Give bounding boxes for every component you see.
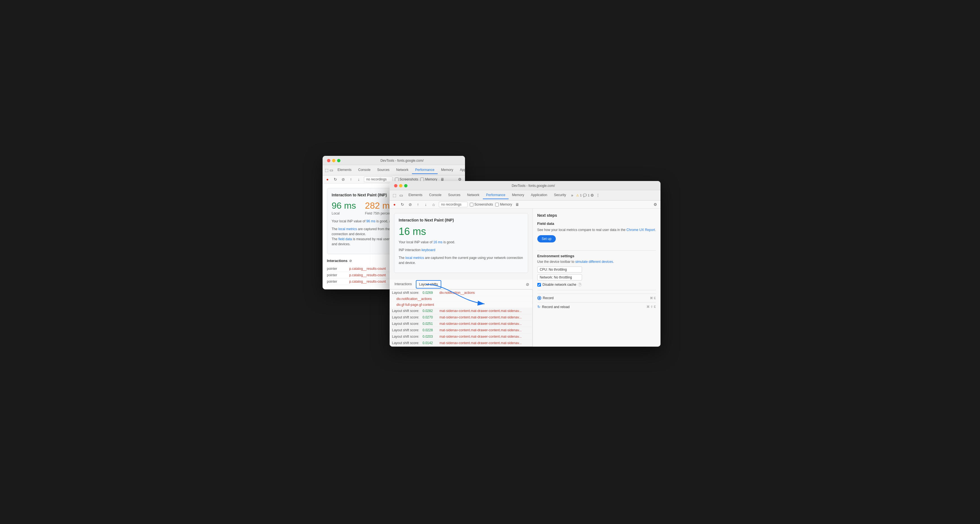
section-divider-2 <box>537 290 656 290</box>
settings-icon-2[interactable]: ⚙ <box>590 193 595 198</box>
window2: DevTools - fonts.google.com/ ⬚ ▭ Element… <box>390 181 660 347</box>
inp-desc-2c: The local metrics are captured from the … <box>399 255 523 265</box>
recordings-select-1[interactable]: no recordings <box>364 177 393 182</box>
minimize-button[interactable] <box>332 159 336 162</box>
ls-sub-2: div.gf-full-page.gf-content <box>390 302 532 308</box>
upload-icon-2[interactable]: ↑ <box>415 202 421 207</box>
inspect-icon[interactable]: ⬚ <box>325 167 328 173</box>
titlebar-window2: DevTools - fonts.google.com/ <box>390 181 660 190</box>
disable-cache-checkbox[interactable] <box>537 283 541 287</box>
keyboard-link[interactable]: keyboard <box>422 248 435 252</box>
settings2-icon-2[interactable]: ⚙ <box>653 202 658 207</box>
traffic-lights-2 <box>394 184 407 188</box>
inp-desc-2b: INP interaction keyboard <box>399 247 523 253</box>
reload-icon-2[interactable]: ↻ <box>400 202 405 207</box>
tab-panel-more[interactable]: ⊘ <box>525 282 530 287</box>
close-button[interactable] <box>327 159 330 162</box>
tab-sources-1[interactable]: Sources <box>374 166 393 174</box>
ls-row-4: Layout shift score: 0.0251 mat-sidenav-c… <box>390 321 532 327</box>
tab-performance-1[interactable]: Performance <box>412 166 438 174</box>
clear-icon-2[interactable]: ⊘ <box>407 202 413 207</box>
tab-performance-2[interactable]: Performance <box>483 191 509 199</box>
local-value: 96 ms <box>332 201 356 211</box>
ls-row-5: Layout shift score: 0.0228 mat-sidenav-c… <box>390 327 532 333</box>
inline-value-link[interactable]: 16 ms <box>433 240 443 244</box>
tab-panel-2: Interactions Layout shifts ⊘ La <box>390 280 533 347</box>
tab-security-2[interactable]: Security <box>550 191 569 199</box>
right-panel-2: Next steps Field data See how your local… <box>533 209 660 347</box>
inp-area-2: Interaction to Next Paint (INP) 16 ms Yo… <box>390 209 533 280</box>
tab-network-2[interactable]: Network <box>464 191 483 199</box>
field-data-section: Field data See how your local metrics co… <box>537 221 656 247</box>
tab-bar-2: Elements Console Sources Network Perform… <box>405 191 601 199</box>
screenshots-checkbox-1[interactable]: Screenshots <box>395 177 418 181</box>
cpu-row: CPU: No throttling <box>537 266 656 272</box>
network-select[interactable]: Network: No throttling <box>537 274 582 280</box>
field-data-title: Field data <box>537 221 656 226</box>
field-data-link-1[interactable]: field data <box>339 237 352 241</box>
cpu-select[interactable]: CPU: No throttling <box>537 266 582 272</box>
record-btn-1[interactable]: ● <box>325 177 330 182</box>
tab-layout-shifts[interactable]: Layout shifts <box>416 280 441 288</box>
record-row: Record ⌘ E <box>537 293 656 302</box>
tab-elements-2[interactable]: Elements <box>405 191 426 199</box>
tab-application-2[interactable]: Application <box>528 191 551 199</box>
clear-icon-1[interactable]: ⊘ <box>340 177 346 182</box>
recordings-select-2[interactable]: no recordings <box>439 202 468 207</box>
inspect-icon-2[interactable]: ⬚ <box>392 193 398 198</box>
more-tabs-icon-2[interactable]: » <box>570 193 575 198</box>
minimize-button-2[interactable] <box>399 184 402 188</box>
record-btn-2[interactable]: ● <box>392 202 398 207</box>
ls-sub-1: div.notification__actions <box>390 296 532 302</box>
layout-shifts-content[interactable]: Layout shift score: 0.0269 div.notificat… <box>390 289 533 347</box>
maximize-button[interactable] <box>337 159 340 162</box>
tab-elements-1[interactable]: Elements <box>334 166 355 174</box>
tab-application-1[interactable]: Application <box>457 166 465 174</box>
upload-icon-1[interactable]: ↑ <box>348 177 354 182</box>
tab-console-1[interactable]: Console <box>355 166 374 174</box>
download-icon-2[interactable]: ↓ <box>423 202 429 207</box>
ls-row-2: Layout shift score: 0.0282 mat-sidenav-c… <box>390 308 532 314</box>
info-icon-2: 💬 <box>583 194 587 197</box>
reload-circle-icon: ↻ <box>537 305 541 309</box>
disable-cache-row: Disable network cache ? <box>537 283 656 287</box>
ls-row-3: Layout shift score: 0.0270 mat-sidenav-c… <box>390 314 532 321</box>
capture-icon-2[interactable]: 🖥 <box>514 202 520 207</box>
more-icon-2[interactable]: ⋮ <box>595 193 601 198</box>
tab-console-2[interactable]: Console <box>426 191 445 199</box>
record-circle-inner <box>538 297 540 299</box>
chrome-ux-link[interactable]: Chrome UX Report <box>627 228 655 232</box>
close-button-2[interactable] <box>394 184 398 188</box>
recording-bar-2: ● ↻ ⊘ ↑ ↓ ⌂ no recordings Screenshots Me… <box>390 201 660 209</box>
interactions-info-icon: ⊘ <box>349 259 352 263</box>
reload-icon-1[interactable]: ↻ <box>332 177 338 182</box>
record-label: Record <box>537 296 554 300</box>
tab-network-1[interactable]: Network <box>393 166 412 174</box>
record-text: Record <box>543 296 554 300</box>
local-metrics-link-1[interactable]: local metrics <box>339 227 357 231</box>
tab-memory-2[interactable]: Memory <box>509 191 527 199</box>
device-icon[interactable]: ▭ <box>329 167 333 173</box>
simulate-devices-link[interactable]: simulate different devices <box>575 260 613 264</box>
local-value-link[interactable]: 96 ms <box>366 219 375 223</box>
device-icon-2[interactable]: ▭ <box>399 193 404 198</box>
record-reload-text: Record and reload <box>542 305 570 309</box>
devtools-body-2: Interaction to Next Paint (INP) 16 ms Yo… <box>390 209 660 347</box>
devtools-toolbar-1: ⬚ ▭ Elements Console Sources Network Per… <box>323 165 465 175</box>
help-icon[interactable]: ? <box>578 283 582 287</box>
warning-count-2: 1 <box>580 194 582 197</box>
setup-button[interactable]: Set up <box>537 235 556 242</box>
screenshots-checkbox-2[interactable]: Screenshots <box>470 202 493 206</box>
tab-memory-1[interactable]: Memory <box>438 166 457 174</box>
local-metrics-link-2[interactable]: local metrics <box>406 256 424 260</box>
memory-checkbox-1[interactable]: Memory <box>420 177 437 181</box>
tab-sources-2[interactable]: Sources <box>445 191 464 199</box>
home-icon-2[interactable]: ⌂ <box>431 202 436 207</box>
maximize-button-2[interactable] <box>404 184 407 188</box>
main-area-2: Interaction to Next Paint (INP) 16 ms Yo… <box>390 209 533 347</box>
traffic-lights-1 <box>327 159 340 162</box>
memory-checkbox-2[interactable]: Memory <box>495 202 512 206</box>
download-icon-1[interactable]: ↓ <box>356 177 362 182</box>
tab-interactions[interactable]: Interactions <box>392 280 415 288</box>
record-reload-label: ↻ Record and reload <box>537 305 570 309</box>
